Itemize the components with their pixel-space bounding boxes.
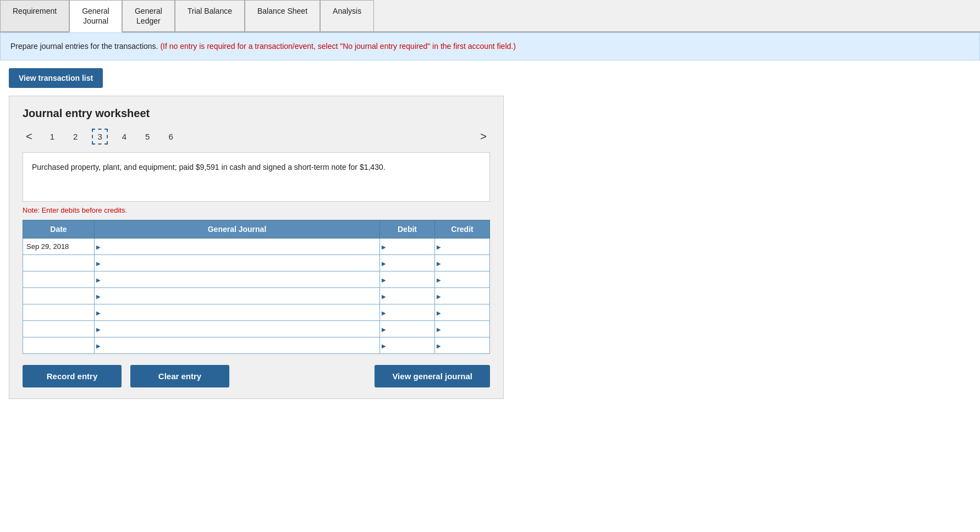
tab-general-ledger[interactable]: GeneralLedger bbox=[122, 0, 175, 31]
debit-input-2[interactable] bbox=[380, 271, 434, 287]
date-cell-1 bbox=[23, 255, 95, 271]
nav-row: < 1 2 3 4 5 6 > bbox=[23, 129, 490, 145]
credit-cell-0 bbox=[435, 239, 490, 255]
clear-entry-button[interactable]: Clear entry bbox=[130, 365, 229, 387]
journal-table: Date General Journal Debit Credit Sep 29… bbox=[23, 220, 490, 354]
debit-cell-6 bbox=[380, 337, 435, 354]
credit-input-2[interactable] bbox=[435, 271, 489, 287]
tab-general-journal[interactable]: GeneralJournal bbox=[69, 0, 122, 32]
date-input-6[interactable] bbox=[23, 337, 94, 353]
credit-cell-3 bbox=[435, 288, 490, 304]
nav-page-2[interactable]: 2 bbox=[69, 130, 82, 143]
journal-cell-1 bbox=[95, 255, 380, 271]
debit-input-6[interactable] bbox=[380, 337, 434, 353]
debit-input-5[interactable] bbox=[380, 321, 434, 337]
credit-input-1[interactable] bbox=[435, 255, 489, 271]
col-header-credit: Credit bbox=[435, 220, 490, 239]
nav-page-5[interactable]: 5 bbox=[141, 130, 154, 143]
table-row: Sep 29, 2018 bbox=[23, 239, 490, 255]
date-cell-6 bbox=[23, 337, 95, 354]
journal-cell-5 bbox=[95, 321, 380, 337]
journal-input-2[interactable] bbox=[95, 271, 379, 287]
view-general-journal-button[interactable]: View general journal bbox=[375, 365, 490, 387]
credit-input-5[interactable] bbox=[435, 321, 489, 337]
journal-input-1[interactable] bbox=[95, 255, 379, 271]
credit-cell-5 bbox=[435, 321, 490, 337]
tab-balance-sheet[interactable]: Balance Sheet bbox=[245, 0, 320, 31]
record-entry-button[interactable]: Record entry bbox=[23, 365, 122, 387]
date-cell-3 bbox=[23, 288, 95, 304]
worksheet-title: Journal entry worksheet bbox=[23, 107, 490, 120]
journal-cell-4 bbox=[95, 304, 380, 321]
journal-input-5[interactable] bbox=[95, 321, 379, 337]
credit-input-6[interactable] bbox=[435, 337, 489, 353]
credit-cell-2 bbox=[435, 271, 490, 288]
credit-input-3[interactable] bbox=[435, 288, 489, 304]
debit-cell-0 bbox=[380, 239, 435, 255]
bottom-buttons: Record entry Clear entry View general jo… bbox=[23, 365, 490, 387]
journal-cell-3 bbox=[95, 288, 380, 304]
tab-analysis[interactable]: Analysis bbox=[320, 0, 374, 31]
credit-input-0[interactable] bbox=[435, 239, 489, 254]
nav-page-1[interactable]: 1 bbox=[46, 130, 59, 143]
debit-input-3[interactable] bbox=[380, 288, 434, 304]
table-row bbox=[23, 321, 490, 337]
debit-credit-note: Note: Enter debits before credits. bbox=[23, 206, 490, 214]
col-header-general-journal: General Journal bbox=[95, 220, 380, 239]
table-row bbox=[23, 255, 490, 271]
credit-input-4[interactable] bbox=[435, 304, 489, 320]
nav-page-3[interactable]: 3 bbox=[92, 129, 107, 145]
journal-input-4[interactable] bbox=[95, 304, 379, 320]
nav-prev-button[interactable]: < bbox=[23, 129, 36, 144]
journal-input-6[interactable] bbox=[95, 337, 379, 353]
tab-trial-balance[interactable]: Trial Balance bbox=[175, 0, 245, 31]
view-transaction-button[interactable]: View transaction list bbox=[9, 68, 103, 88]
debit-cell-3 bbox=[380, 288, 435, 304]
date-cell-0: Sep 29, 2018 bbox=[23, 239, 95, 255]
debit-cell-1 bbox=[380, 255, 435, 271]
date-cell-5 bbox=[23, 321, 95, 337]
journal-cell-2 bbox=[95, 271, 380, 288]
date-input-2[interactable] bbox=[23, 271, 94, 287]
journal-input-3[interactable] bbox=[95, 288, 379, 304]
table-row bbox=[23, 271, 490, 288]
credit-cell-1 bbox=[435, 255, 490, 271]
debit-cell-2 bbox=[380, 271, 435, 288]
date-cell-4 bbox=[23, 304, 95, 321]
col-header-date: Date bbox=[23, 220, 95, 239]
worksheet-container: Journal entry worksheet < 1 2 3 4 5 6 > … bbox=[9, 96, 504, 399]
date-input-3[interactable] bbox=[23, 288, 94, 304]
date-input-4[interactable] bbox=[23, 304, 94, 320]
date-input-1[interactable] bbox=[23, 255, 94, 271]
journal-cell-6 bbox=[95, 337, 380, 354]
journal-input-0[interactable] bbox=[95, 239, 379, 254]
nav-page-6[interactable]: 6 bbox=[164, 130, 177, 143]
debit-cell-5 bbox=[380, 321, 435, 337]
credit-cell-4 bbox=[435, 304, 490, 321]
tab-requirement[interactable]: Requirement bbox=[0, 0, 69, 31]
top-action-bar: View transaction list bbox=[0, 60, 980, 96]
info-banner-text: Prepare journal entries for the transact… bbox=[10, 42, 160, 51]
nav-next-button[interactable]: > bbox=[477, 129, 490, 144]
transaction-description: Purchased property, plant, and equipment… bbox=[23, 152, 490, 202]
table-row bbox=[23, 304, 490, 321]
date-input-5[interactable] bbox=[23, 321, 94, 337]
info-banner: Prepare journal entries for the transact… bbox=[0, 32, 980, 60]
nav-page-4[interactable]: 4 bbox=[118, 130, 131, 143]
debit-cell-4 bbox=[380, 304, 435, 321]
debit-input-1[interactable] bbox=[380, 255, 434, 271]
credit-cell-6 bbox=[435, 337, 490, 354]
date-cell-2 bbox=[23, 271, 95, 288]
table-row bbox=[23, 288, 490, 304]
debit-input-4[interactable] bbox=[380, 304, 434, 320]
debit-input-0[interactable] bbox=[380, 239, 434, 254]
table-row bbox=[23, 337, 490, 354]
journal-cell-0 bbox=[95, 239, 380, 255]
info-banner-red-text: (If no entry is required for a transacti… bbox=[160, 42, 515, 51]
tab-bar: Requirement GeneralJournal GeneralLedger… bbox=[0, 0, 980, 32]
col-header-debit: Debit bbox=[380, 220, 435, 239]
